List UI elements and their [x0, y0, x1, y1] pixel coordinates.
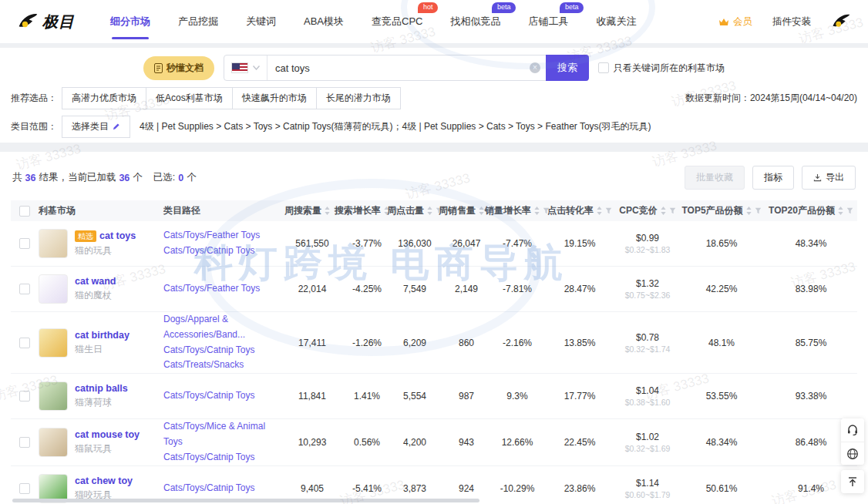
nav-item-product-mining[interactable]: 产品挖掘: [178, 8, 218, 35]
search-growth-rate: -3.77%: [345, 238, 389, 249]
filter-high-potential[interactable]: 高潜力优质市场: [62, 87, 146, 109]
column-header[interactable]: 周点击量: [387, 204, 424, 217]
batch-favorite-button[interactable]: 批量收藏: [685, 166, 745, 190]
horizontal-scrollbar[interactable]: [12, 499, 479, 502]
table-body: 精选 cat toys 猫的玩具 Cats/Toys/Feather ToysC…: [11, 221, 857, 504]
market-name-link[interactable]: cat mouse toy: [75, 429, 140, 440]
category-path-link[interactable]: Cats/Toys/Feather Toys: [163, 228, 279, 244]
search-growth-rate: -5.41%: [345, 483, 389, 494]
sort-icon[interactable]: [837, 207, 844, 215]
market-name-link[interactable]: cat chew toy: [75, 475, 133, 486]
column-header[interactable]: TOP5产品份额: [681, 204, 742, 217]
column-header[interactable]: 周销售量: [439, 204, 476, 217]
sort-icon[interactable]: [324, 207, 331, 215]
column-header[interactable]: 销量增长率: [485, 204, 531, 217]
category-path-link[interactable]: Cats/Toys/Catnip Toys: [163, 388, 279, 404]
floating-toolbar: [841, 418, 864, 493]
filter-icon[interactable]: [669, 207, 676, 215]
clear-input-icon[interactable]: ×: [530, 62, 540, 73]
sort-icon[interactable]: [478, 207, 485, 215]
nav-item-favorites[interactable]: 收藏关注: [596, 8, 636, 35]
column-header[interactable]: CPC竞价: [619, 204, 657, 217]
filter-icon[interactable]: [755, 207, 762, 215]
category-path-link[interactable]: Cats/Toys/Mice & Animal Toys: [163, 419, 279, 450]
market-name-link[interactable]: cat birthday: [75, 330, 130, 341]
language-button[interactable]: [841, 442, 864, 465]
category-path-link[interactable]: Cats/Toys/Feather Toys: [163, 281, 279, 297]
doc-guide-button[interactable]: 秒懂文档: [143, 56, 214, 80]
sort-icon[interactable]: [596, 207, 603, 215]
market-subtitle: 猫的魔杖: [75, 289, 116, 302]
search-input[interactable]: [267, 55, 530, 80]
results-actions: 批量收藏 指标 导出: [685, 166, 856, 190]
filter-icon[interactable]: [605, 207, 612, 215]
export-button[interactable]: 导出: [802, 166, 856, 190]
market-subtitle: 猫生日: [75, 343, 130, 356]
nav-item-aba-module[interactable]: ABA模块: [304, 8, 344, 35]
market-name-link[interactable]: cat wand: [75, 276, 116, 287]
row-checkbox[interactable]: [19, 391, 30, 402]
app-logo[interactable]: 极目: [17, 11, 75, 32]
row-checkbox[interactable]: [19, 338, 30, 348]
row-checkbox[interactable]: [19, 284, 30, 294]
product-thumbnail[interactable]: [39, 381, 68, 411]
select-all-checkbox[interactable]: [19, 206, 30, 217]
select-category-label: 选择类目: [72, 120, 109, 133]
sort-icon[interactable]: [533, 207, 540, 215]
results-text: 结果，当前已加载: [39, 171, 116, 184]
search-growth-rate: -1.26%: [345, 338, 389, 348]
filter-long-tail[interactable]: 长尾的潜力市场: [316, 87, 401, 109]
member-link[interactable]: 会员: [718, 15, 752, 29]
sort-icon[interactable]: [745, 207, 752, 215]
column-header[interactable]: 周搜索量: [284, 204, 321, 217]
nav-item-store-tools[interactable]: 店铺工具beta: [528, 8, 568, 35]
category-path-link[interactable]: Cats/Toys/Catnip Toys: [163, 450, 279, 465]
plugin-install-link[interactable]: 插件安装: [772, 15, 811, 29]
nav-item-similar-products[interactable]: 找相似竞品beta: [450, 8, 500, 35]
metrics-button[interactable]: 指标: [752, 166, 794, 190]
nav-item-keywords[interactable]: 关键词: [246, 8, 276, 35]
market-name-link[interactable]: catnip balls: [75, 383, 128, 394]
filter-fast-rising[interactable]: 快速飙升的市场: [232, 87, 317, 109]
sort-icon[interactable]: [426, 207, 433, 215]
row-checkbox[interactable]: [19, 483, 30, 494]
chevron-down-icon: [253, 66, 260, 70]
customer-service-button[interactable]: [841, 418, 864, 442]
back-to-top-button[interactable]: [841, 470, 864, 493]
beta-badge: beta: [560, 2, 584, 13]
row-checkbox[interactable]: [19, 437, 30, 448]
row-checkbox[interactable]: [19, 238, 30, 249]
search-button[interactable]: 搜索: [546, 55, 589, 81]
column-header[interactable]: TOP20产品份额: [769, 204, 835, 217]
country-select[interactable]: [224, 55, 267, 80]
category-path-link[interactable]: Cats/Toys/Catnip Toys: [163, 481, 279, 496]
category-path-link[interactable]: Cats/Toys/Catnip Toys: [163, 343, 279, 358]
cpc-bid: $0.78 $0.32~$1.74: [617, 332, 678, 354]
brand-icon-small[interactable]: [831, 12, 851, 32]
results-total: 36: [25, 173, 36, 183]
cpc-bid: $1.02 $0.32~$1.69: [617, 432, 678, 453]
sales-growth-rate: 12.66%: [492, 437, 543, 448]
nav-item-cpc-check[interactable]: 查竞品CPChot: [372, 8, 422, 35]
product-thumbnail[interactable]: [39, 428, 68, 457]
category-path-link[interactable]: Cats/Toys/Catnip Toys: [163, 244, 279, 259]
nav-label: 细分市场: [110, 15, 150, 27]
weekly-sales: 943: [441, 437, 492, 448]
filter-low-acos[interactable]: 低Acos利基市场: [146, 87, 233, 109]
recommend-label: 推荐选品：: [11, 92, 57, 105]
column-header[interactable]: 搜索增长率: [335, 204, 381, 217]
market-name-link[interactable]: cat toys: [99, 230, 136, 241]
product-thumbnail[interactable]: [39, 328, 68, 358]
product-thumbnail[interactable]: [39, 229, 68, 258]
niche-market-cell: catnip balls 猫薄荷球: [39, 381, 163, 411]
category-path-link[interactable]: Dogs/Apparel & Accessories/Band...: [163, 312, 279, 343]
niche-only-checkbox[interactable]: 只看关键词所在的利基市场: [598, 62, 725, 75]
filter-icon[interactable]: [846, 207, 853, 215]
top5-product-share: 48.34%: [678, 437, 765, 448]
category-path-link[interactable]: Cats/Treats/Snacks: [163, 358, 279, 373]
select-category-button[interactable]: 选择类目: [62, 116, 130, 138]
column-header[interactable]: 点击转化率: [547, 204, 594, 217]
sort-icon[interactable]: [660, 207, 667, 215]
nav-item-segment-market[interactable]: 细分市场: [110, 8, 150, 35]
product-thumbnail[interactable]: [39, 274, 68, 304]
